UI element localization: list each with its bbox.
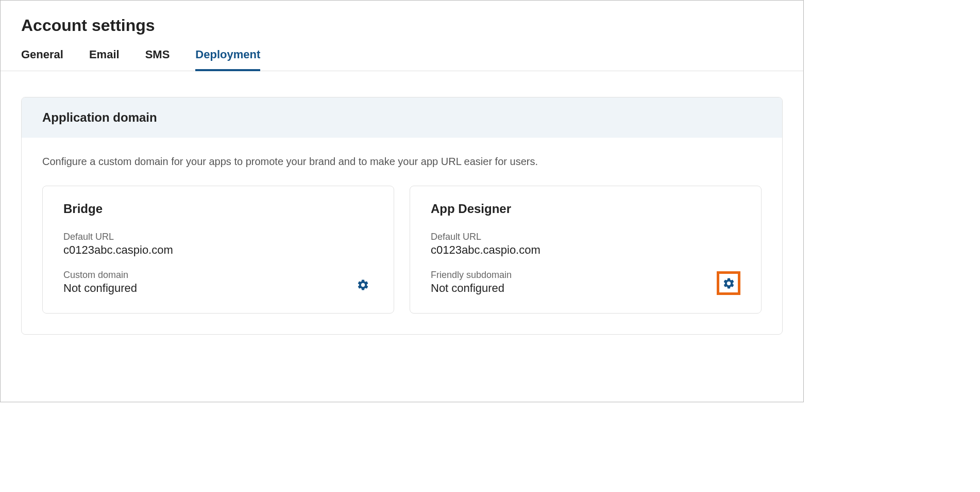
bridge-card-title: Bridge	[63, 202, 373, 216]
bridge-configure-button[interactable]	[352, 274, 373, 295]
section-description: Configure a custom domain for your apps …	[42, 156, 762, 168]
page-title: Account settings	[1, 1, 803, 40]
bridge-domain-row: Custom domain Not configured	[63, 270, 373, 295]
bridge-card: Bridge Default URL c0123abc.caspio.com C…	[42, 186, 394, 314]
app-designer-card: App Designer Default URL c0123abc.caspio…	[410, 186, 762, 314]
cards-row: Bridge Default URL c0123abc.caspio.com C…	[42, 186, 762, 314]
content-area: Application domain Configure a custom do…	[1, 71, 803, 350]
tab-general[interactable]: General	[21, 48, 63, 71]
gear-icon	[357, 278, 369, 291]
application-domain-section: Application domain Configure a custom do…	[21, 97, 783, 335]
app-designer-card-title: App Designer	[431, 202, 740, 216]
app-designer-subdomain-group: Friendly subdomain Not configured	[431, 270, 717, 295]
section-title: Application domain	[22, 97, 782, 138]
page-container: Account settings General Email SMS Deplo…	[1, 1, 803, 350]
app-designer-default-url-value: c0123abc.caspio.com	[431, 243, 740, 257]
bridge-custom-domain-value: Not configured	[63, 282, 352, 295]
tab-email[interactable]: Email	[89, 48, 120, 71]
app-designer-domain-row: Friendly subdomain Not configured	[431, 270, 740, 295]
tabs-bar: General Email SMS Deployment	[1, 40, 803, 71]
bridge-default-url-label: Default URL	[63, 232, 373, 242]
bridge-default-url-value: c0123abc.caspio.com	[63, 243, 373, 257]
gear-icon	[722, 277, 735, 290]
app-designer-subdomain-value: Not configured	[431, 282, 717, 295]
section-body: Configure a custom domain for your apps …	[22, 138, 782, 334]
app-designer-configure-button[interactable]	[717, 271, 740, 295]
bridge-custom-domain-label: Custom domain	[63, 270, 352, 281]
app-designer-subdomain-label: Friendly subdomain	[431, 270, 717, 281]
tab-deployment[interactable]: Deployment	[195, 48, 260, 71]
tab-sms[interactable]: SMS	[145, 48, 170, 71]
bridge-custom-domain-group: Custom domain Not configured	[63, 270, 352, 295]
app-designer-default-url-label: Default URL	[431, 232, 740, 242]
app-designer-default-url-group: Default URL c0123abc.caspio.com	[431, 232, 740, 257]
bridge-default-url-group: Default URL c0123abc.caspio.com	[63, 232, 373, 257]
